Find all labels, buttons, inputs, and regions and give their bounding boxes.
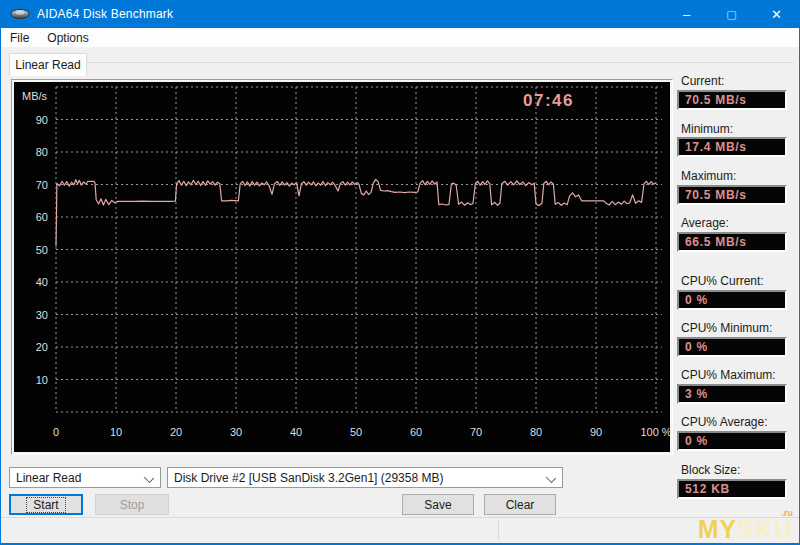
y-tick-label: 70 [36, 179, 48, 191]
stat-cpu-maximum-value: 3 % [677, 384, 787, 404]
y-tick-label: 60 [36, 211, 48, 223]
stat-block-size-label: Block Size: [681, 463, 740, 477]
menu-options[interactable]: Options [38, 29, 97, 47]
benchmark-chart: 102030405060708090MB/s010203040506070809… [14, 82, 670, 452]
x-tick-label: 30 [230, 426, 242, 438]
disk-drive-select[interactable]: Disk Drive #2 [USB SanDisk 3.2Gen1] (293… [167, 467, 563, 488]
y-tick-label: 30 [36, 309, 48, 321]
x-tick-label: 60 [410, 426, 422, 438]
window-title: AIDA64 Disk Benchmark [37, 7, 173, 21]
chevron-down-icon [546, 473, 556, 483]
stat-minimum-label: Minimum: [681, 122, 733, 136]
aida64-app-icon [10, 7, 30, 21]
clear-button[interactable]: Clear [484, 494, 556, 515]
y-tick-label: 10 [36, 374, 48, 386]
clear-button-label: Clear [506, 498, 535, 512]
elapsed-time: 07:46 [523, 91, 574, 110]
stat-maximum-value: 70.5 MB/s [677, 185, 787, 205]
stat-cpu-current-value: 0 % [677, 290, 787, 310]
x-tick-label: 40 [290, 426, 302, 438]
stop-button-label: Stop [120, 498, 145, 512]
y-tick-label: 90 [36, 114, 48, 126]
x-tick-label: 10 [110, 426, 122, 438]
title-bar: AIDA64 Disk Benchmark – ▢ ✕ [1, 0, 799, 28]
stat-current-label: Current: [681, 74, 724, 88]
benchmark-type-select[interactable]: Linear Read [9, 467, 161, 488]
tab-linear-read[interactable]: Linear Read [9, 53, 87, 76]
stat-cpu-average-label: CPU% Average: [681, 415, 768, 429]
menu-bar: File Options [1, 28, 799, 47]
stop-button[interactable]: Stop [95, 494, 169, 515]
stat-cpu-current-label: CPU% Current: [681, 274, 764, 288]
y-tick-label: 50 [36, 244, 48, 256]
stat-maximum-label: Maximum: [681, 169, 736, 183]
disk-drive-value: Disk Drive #2 [USB SanDisk 3.2Gen1] (293… [174, 471, 443, 485]
stat-cpu-minimum-label: CPU% Minimum: [681, 321, 772, 335]
chart-plot-area: 102030405060708090MB/s010203040506070809… [14, 82, 670, 452]
stat-average-value: 66.5 MB/s [677, 232, 787, 252]
watermark-suffix: .ru [781, 509, 793, 518]
y-tick-label: 80 [36, 146, 48, 158]
aida64-disk-benchmark-window: AIDA64 Disk Benchmark – ▢ ✕ File Options… [0, 0, 800, 545]
stat-block-size-value: 512 KB [677, 479, 787, 499]
x-tick-label: 0 [53, 426, 59, 438]
x-tick-label: 70 [470, 426, 482, 438]
benchmark-chart-panel: 102030405060708090MB/s010203040506070809… [11, 79, 673, 455]
x-tick-label: 100 % [640, 426, 670, 438]
benchmark-type-value: Linear Read [16, 471, 81, 485]
watermark-part2: SKU [737, 515, 793, 543]
save-button[interactable]: Save [402, 494, 474, 515]
stat-cpu-average-value: 0 % [677, 431, 787, 451]
y-tick-label: 40 [36, 276, 48, 288]
stat-minimum-value: 17.4 MB/s [677, 137, 787, 157]
start-button-label: Start [26, 497, 65, 513]
watermark: MYSKU .ru [698, 517, 793, 542]
stat-average-label: Average: [681, 216, 729, 230]
menu-file[interactable]: File [1, 29, 38, 47]
x-tick-label: 20 [170, 426, 182, 438]
save-button-label: Save [424, 498, 451, 512]
start-button[interactable]: Start [9, 494, 83, 515]
stat-cpu-maximum-label: CPU% Maximum: [681, 368, 776, 382]
chevron-down-icon [144, 473, 154, 483]
minimize-icon[interactable]: – [664, 0, 709, 28]
stat-cpu-minimum-value: 0 % [677, 337, 787, 357]
x-tick-label: 50 [350, 426, 362, 438]
y-axis-title: MB/s [22, 90, 48, 102]
maximize-icon[interactable]: ▢ [709, 0, 754, 28]
close-icon[interactable]: ✕ [754, 0, 799, 28]
x-tick-label: 80 [530, 426, 542, 438]
y-tick-label: 20 [36, 341, 48, 353]
status-bar-divider [498, 520, 499, 540]
stat-current-value: 70.5 MB/s [677, 90, 787, 110]
status-bar [1, 517, 799, 543]
tab-pane-border [87, 62, 794, 63]
x-tick-label: 90 [590, 426, 602, 438]
watermark-part1: MY [698, 515, 738, 543]
